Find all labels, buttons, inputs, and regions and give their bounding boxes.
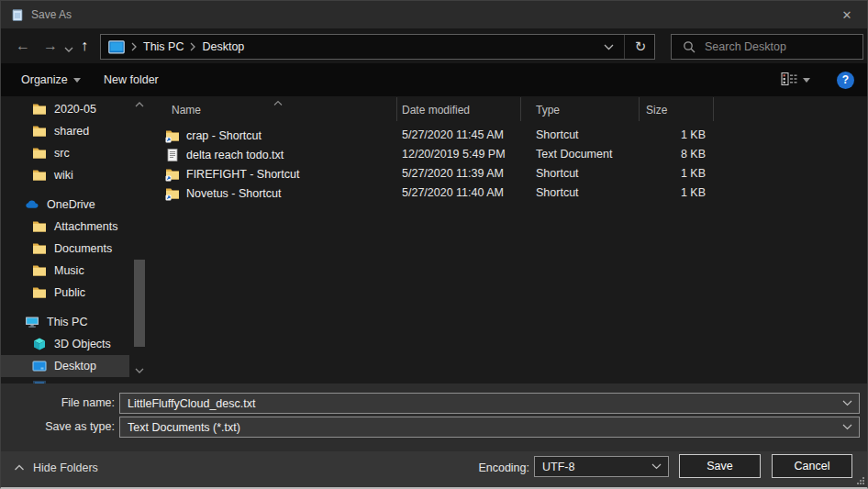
column-header-name[interactable]: Name bbox=[172, 104, 201, 117]
navigation-bar: ← → ↑ This PC Desktop ↻ bbox=[1, 28, 867, 63]
back-button[interactable]: ← bbox=[16, 36, 30, 56]
sidebar-group-gap bbox=[1, 304, 148, 311]
save-button[interactable]: Save bbox=[679, 454, 761, 478]
save-as-dialog: Save As ✕ ← → ↑ This PC Desktop bbox=[0, 0, 868, 489]
file-name-input[interactable] bbox=[120, 397, 835, 410]
file-row-delta-reach-todo[interactable]: delta reach todo.txt 12/20/2019 5:49 PM … bbox=[153, 145, 867, 164]
details-view-icon bbox=[781, 72, 797, 89]
file-row-novetus-shortcut[interactable]: Novetus - Shortcut 5/27/2020 11:40 AM Sh… bbox=[153, 183, 867, 203]
column-header-size[interactable]: Size bbox=[646, 104, 667, 117]
forward-button[interactable]: → bbox=[43, 36, 58, 56]
breadcrumb-this-pc[interactable]: This PC bbox=[143, 40, 184, 53]
folder-icon bbox=[32, 168, 47, 183]
search-box[interactable]: Search Desktop bbox=[671, 34, 863, 60]
folder-shortcut-icon bbox=[165, 128, 180, 143]
address-bar[interactable]: This PC Desktop ↻ bbox=[100, 34, 655, 60]
sidebar-item-documents[interactable]: Documents bbox=[1, 238, 129, 260]
encoding-label: Encoding: bbox=[438, 461, 529, 474]
computer-icon bbox=[25, 315, 39, 329]
folder-icon bbox=[32, 241, 47, 256]
file-name-dropdown-chevron-icon[interactable] bbox=[835, 400, 859, 406]
resize-grip[interactable] bbox=[856, 475, 865, 488]
command-toolbar: Organize New folder ? bbox=[1, 63, 867, 96]
file-row-crap-shortcut[interactable]: crap - Shortcut 5/27/2020 11:45 AM Short… bbox=[153, 126, 867, 145]
save-as-type-label: Save as type: bbox=[1, 420, 115, 433]
help-button[interactable]: ? bbox=[837, 63, 854, 96]
refresh-button[interactable]: ↻ bbox=[627, 39, 654, 55]
onedrive-cloud-icon bbox=[25, 197, 39, 212]
organize-button[interactable]: Organize bbox=[21, 63, 81, 96]
file-list: Name Date modified Type Size crap - Shor… bbox=[153, 96, 867, 383]
sidebar-item-desktop[interactable]: Desktop bbox=[1, 355, 129, 377]
help-icon: ? bbox=[837, 72, 854, 89]
sidebar-item-onedrive[interactable]: OneDrive bbox=[1, 194, 129, 216]
column-divider[interactable] bbox=[520, 97, 521, 121]
cube-icon bbox=[32, 337, 47, 351]
breadcrumb-chevron-icon bbox=[131, 42, 137, 51]
sidebar-item-music[interactable]: Music bbox=[1, 260, 129, 282]
sidebar-scrollbar-thumb[interactable] bbox=[134, 260, 145, 347]
file-row-firefight-shortcut[interactable]: FIREFIGHT - Shortcut 5/27/2020 11:39 AM … bbox=[153, 164, 867, 183]
notepad-icon bbox=[10, 7, 25, 22]
dialog-footer: Hide Folders Encoding: UTF-8 Save Cancel bbox=[1, 451, 867, 489]
chevron-up-icon bbox=[14, 461, 25, 474]
sidebar-item-3d-objects[interactable]: 3D Objects bbox=[1, 333, 129, 355]
save-as-type-dropdown-chevron-icon[interactable] bbox=[835, 424, 859, 430]
sidebar-item-attachments[interactable]: Attachments bbox=[1, 216, 129, 238]
breadcrumb-desktop[interactable]: Desktop bbox=[202, 40, 244, 53]
filename-panel: File name: Save as type: Text Documents … bbox=[1, 383, 867, 451]
folder-icon bbox=[32, 124, 47, 139]
file-name-label: File name: bbox=[1, 396, 115, 409]
column-divider[interactable] bbox=[713, 97, 714, 121]
sidebar-item-2020-05[interactable]: 2020-05 bbox=[1, 98, 129, 120]
folder-shortcut-icon bbox=[165, 186, 180, 201]
save-as-type-select[interactable]: Text Documents (*.txt) bbox=[119, 417, 860, 438]
view-mode-button[interactable] bbox=[781, 63, 810, 96]
breadcrumb-chevron-icon bbox=[190, 42, 195, 51]
encoding-select[interactable]: UTF-8 bbox=[534, 456, 669, 477]
column-divider[interactable] bbox=[396, 97, 397, 121]
sidebar-item-partial bbox=[32, 377, 47, 383]
folder-icon bbox=[32, 146, 47, 161]
desktop-icon bbox=[32, 359, 47, 373]
sidebar-scroll-up-icon[interactable] bbox=[134, 98, 145, 111]
folder-icon bbox=[32, 219, 47, 234]
hide-folders-button[interactable]: Hide Folders bbox=[14, 461, 98, 474]
sidebar-item-public[interactable]: Public bbox=[1, 282, 129, 304]
file-name-combobox[interactable] bbox=[119, 393, 860, 414]
this-pc-icon bbox=[108, 40, 125, 54]
sort-ascending-icon bbox=[273, 96, 284, 109]
sidebar-item-this-pc[interactable]: This PC bbox=[1, 311, 129, 333]
column-header-date-modified[interactable]: Date modified bbox=[402, 104, 470, 117]
folder-icon bbox=[32, 263, 47, 278]
folder-shortcut-icon bbox=[165, 167, 180, 182]
column-header-type[interactable]: Type bbox=[536, 104, 560, 117]
folder-icon bbox=[32, 102, 47, 117]
view-mode-dropdown-icon bbox=[803, 78, 810, 83]
sidebar-group-gap bbox=[1, 186, 148, 194]
search-icon bbox=[683, 40, 696, 53]
list-header: Name Date modified Type Size bbox=[153, 96, 867, 122]
search-placeholder: Search Desktop bbox=[705, 40, 786, 53]
cancel-button[interactable]: Cancel bbox=[772, 454, 852, 478]
text-document-icon bbox=[165, 148, 180, 162]
sidebar-item-wiki[interactable]: wiki bbox=[1, 164, 129, 186]
close-button[interactable]: ✕ bbox=[834, 4, 860, 26]
sidebar-item-shared[interactable]: shared bbox=[1, 120, 129, 142]
address-divider bbox=[624, 35, 625, 59]
new-folder-button[interactable]: New folder bbox=[104, 63, 159, 96]
folder-icon bbox=[32, 285, 47, 300]
window-title: Save As bbox=[31, 8, 72, 21]
organize-dropdown-icon bbox=[73, 78, 81, 83]
address-dropdown-chevron-icon[interactable] bbox=[595, 44, 622, 50]
sidebar-scroll-down-icon[interactable] bbox=[134, 364, 145, 377]
navigation-pane: 2020-05 shared src wiki OneDrive bbox=[1, 96, 148, 383]
recent-locations-chevron-icon[interactable] bbox=[64, 42, 73, 55]
sidebar-item-src[interactable]: src bbox=[1, 142, 129, 164]
encoding-dropdown-chevron-icon[interactable] bbox=[644, 463, 668, 470]
column-divider[interactable] bbox=[639, 97, 640, 121]
content-area: 2020-05 shared src wiki OneDrive bbox=[1, 96, 867, 383]
up-button[interactable]: ↑ bbox=[81, 36, 88, 56]
title-bar: Save As ✕ bbox=[1, 1, 867, 28]
